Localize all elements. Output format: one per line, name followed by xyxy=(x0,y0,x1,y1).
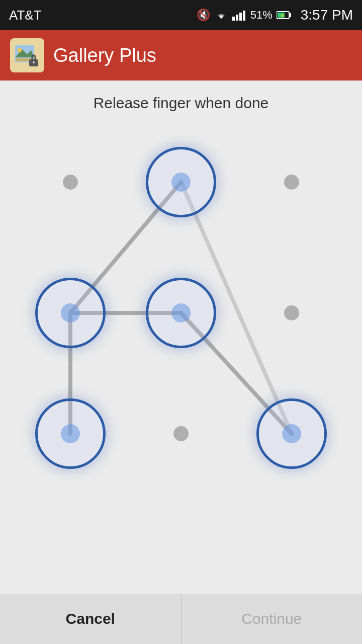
pattern-dot-5[interactable] xyxy=(284,305,299,320)
cancel-button[interactable]: Cancel xyxy=(0,594,182,644)
signal-icon xyxy=(232,10,246,21)
continue-label: Continue xyxy=(241,610,302,627)
app-title: Gallery Plus xyxy=(53,45,156,66)
app-icon xyxy=(10,38,44,72)
svg-rect-1 xyxy=(236,15,238,21)
status-bar: AT&T 🔇 51% ⚡ 3:57 PM xyxy=(0,0,362,30)
main-content: Release finger when done xyxy=(0,80,362,594)
battery-icon: ⚡ xyxy=(277,11,292,20)
svg-rect-0 xyxy=(232,17,235,21)
battery-label: 51% xyxy=(250,9,273,22)
svg-point-14 xyxy=(33,61,35,63)
continue-button: Continue xyxy=(182,594,363,644)
svg-point-11 xyxy=(18,48,22,52)
pattern-circle-4[interactable] xyxy=(146,278,216,348)
svg-rect-2 xyxy=(239,13,242,21)
pattern-dot-7[interactable] xyxy=(173,426,189,441)
instruction-text: Release finger when done xyxy=(94,95,269,112)
svg-rect-3 xyxy=(243,11,245,21)
carrier-label: AT&T xyxy=(9,8,42,23)
pattern-circle-6[interactable] xyxy=(35,398,106,469)
pattern-dot-2[interactable] xyxy=(284,175,299,190)
mute-icon: 🔇 xyxy=(197,9,210,22)
wifi-icon xyxy=(214,10,228,21)
svg-rect-5 xyxy=(289,13,291,17)
time-label: 3:57 PM xyxy=(301,7,353,23)
bottom-bar: Cancel Continue xyxy=(0,594,362,644)
status-icons: 🔇 51% ⚡ 3:57 PM xyxy=(197,7,353,23)
pattern-circle-1[interactable] xyxy=(146,147,216,217)
pattern-circle-3[interactable] xyxy=(35,278,106,348)
pattern-lock-area[interactable] xyxy=(10,122,352,504)
pattern-circle-8[interactable] xyxy=(256,398,327,469)
svg-text:⚡: ⚡ xyxy=(280,13,285,18)
app-bar: Gallery Plus xyxy=(0,30,362,80)
cancel-label: Cancel xyxy=(66,610,115,627)
pattern-dot-0[interactable] xyxy=(63,175,78,190)
